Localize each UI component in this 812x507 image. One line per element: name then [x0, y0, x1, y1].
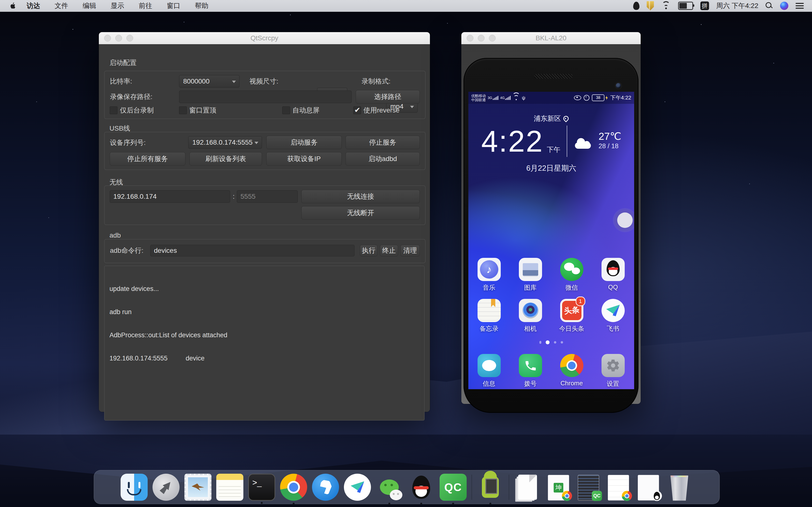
dock-qq-icon[interactable]	[408, 474, 435, 501]
log-line: 192.168.0.174:5555 device	[109, 354, 419, 362]
phone-screen[interactable]: 优酷移动 中国联通 3G 4G ψ 38 下午4:22	[468, 92, 634, 389]
dock-thunder-icon[interactable]	[312, 474, 339, 501]
usb-icon: ψ	[522, 95, 525, 101]
widget-date[interactable]: 6月22日星期六	[468, 163, 634, 173]
cloud-weather-icon	[573, 138, 592, 149]
notes-app-icon	[477, 299, 501, 322]
gallery-app-icon	[519, 258, 542, 281]
app-qq[interactable]: QQ	[592, 258, 633, 292]
dock-minimized-chrome-window-2[interactable]	[606, 474, 631, 501]
assistive-ball[interactable]	[613, 208, 634, 232]
start-service-button[interactable]: 启动服务	[266, 136, 342, 149]
dock-trash-icon[interactable]	[666, 474, 693, 501]
dock-minimized-chrome-window[interactable]: 坤	[546, 474, 571, 501]
battery-percent: 38	[592, 95, 604, 101]
app-dialer[interactable]: 拨号	[510, 354, 551, 388]
feishu-app-icon	[602, 299, 625, 322]
widget-divider	[567, 125, 567, 157]
clock-widget[interactable]: 4:22 下午 27℃ 28 / 18	[468, 121, 634, 162]
wireless-disconnect-button[interactable]: 无线断开	[301, 206, 420, 220]
app-feishu[interactable]: 飞书	[592, 299, 633, 333]
menubar-clock[interactable]: 周六 下午4:22	[716, 1, 758, 10]
qtscrcpy-titlebar[interactable]: QtScrcpy	[99, 32, 430, 44]
qq-app-icon	[602, 258, 625, 281]
dock-documents-stack[interactable]	[514, 474, 541, 501]
refresh-device-list-button[interactable]: 刷新设备列表	[190, 152, 262, 166]
toutiao-app-icon: 头条 1	[560, 299, 583, 322]
adb-terminate-button[interactable]: 终止	[380, 245, 398, 257]
dock-qtcreator-icon[interactable]: QC	[440, 474, 467, 501]
page-dot-active	[546, 340, 550, 344]
stop-all-services-button[interactable]: 停止所有服务	[110, 152, 185, 166]
checkbox-background-record[interactable]: 仅后台录制	[110, 106, 154, 115]
phone-front-camera	[616, 83, 621, 89]
dock-minimized-qq-window[interactable]	[636, 474, 661, 501]
battery-indicator: 38	[592, 95, 608, 101]
dock-chrome-icon[interactable]	[280, 474, 307, 501]
siri-icon[interactable]	[780, 0, 788, 12]
wireless-port-input[interactable]	[237, 190, 298, 203]
dock-notes-icon[interactable]	[216, 474, 243, 501]
menu-window[interactable]: 窗口	[159, 0, 188, 12]
adb-cmd-input[interactable]	[150, 245, 355, 257]
search-icon[interactable]	[766, 0, 773, 12]
phone-window-titlebar[interactable]: BKL-AL20	[461, 32, 641, 44]
start-adbd-button[interactable]: 启动adbd	[346, 152, 420, 166]
wireless-connect-button[interactable]: 无线连接	[301, 190, 420, 203]
notification-center-icon[interactable]	[796, 0, 804, 12]
app-gallery[interactable]: 图库	[510, 258, 551, 292]
dock-launchpad-icon[interactable]	[152, 474, 180, 501]
page-dot	[554, 341, 556, 344]
page-dot	[540, 341, 541, 344]
log-output[interactable]: update devices... adb run AdbProcess::ou…	[104, 266, 424, 420]
checkbox-auto-screen-off[interactable]: 自动息屏	[282, 106, 319, 115]
app-messages[interactable]: 信息	[468, 354, 510, 388]
bitrate-combo[interactable]: 8000000	[179, 75, 240, 88]
apple-menu-icon[interactable]	[9, 1, 17, 11]
wireless-ip-input[interactable]	[110, 190, 230, 203]
app-music[interactable]: ♪ 音乐	[468, 258, 510, 292]
record-format-label: 录制格式:	[361, 77, 391, 86]
dock-terminal-icon[interactable]: >_	[248, 474, 275, 501]
app-camera[interactable]: 相机	[510, 299, 551, 333]
input-method-badge[interactable]: 拼	[700, 0, 709, 12]
carrier-name-1: 优酷移动	[471, 94, 486, 98]
eye-comfort-icon	[574, 95, 581, 100]
menu-view[interactable]: 显示	[103, 0, 132, 12]
get-device-ip-button[interactable]: 获取设备IP	[266, 152, 342, 166]
adb-clear-button[interactable]: 清理	[400, 245, 420, 257]
choose-path-button[interactable]: 选择路径	[356, 90, 420, 104]
running-indicator	[388, 503, 390, 505]
dock-mail-icon[interactable]	[185, 474, 211, 501]
dock-minimized-qtcreator-window[interactable]: QC	[576, 474, 601, 501]
stop-service-button[interactable]: 停止服务	[346, 136, 420, 149]
serial-combo[interactable]: 192.168.0.174:5555	[188, 136, 262, 149]
checkbox-use-reverse[interactable]: 使用reverse	[353, 106, 400, 115]
menu-help[interactable]: 帮助	[188, 0, 215, 12]
wifi-icon	[513, 95, 519, 100]
menu-edit[interactable]: 编辑	[75, 0, 103, 12]
battery-icon[interactable]	[678, 0, 693, 12]
dock-wechat-icon[interactable]	[376, 474, 403, 501]
widget-time: 4:22	[481, 123, 543, 159]
vpn-shield-icon[interactable]	[647, 0, 654, 12]
checkbox-always-on-top[interactable]: 窗口置顶	[179, 106, 216, 115]
dock-feishu-icon[interactable]	[344, 474, 371, 501]
app-chrome[interactable]: Chrome	[551, 354, 592, 388]
qq-menubar-icon[interactable]	[633, 0, 640, 12]
dock-finder-icon[interactable]	[120, 474, 148, 501]
chrome-badge-icon	[622, 491, 632, 501]
serial-label: 设备序列号:	[110, 138, 146, 147]
app-wechat[interactable]: 微信	[551, 258, 592, 292]
menu-app-name[interactable]: 访达	[19, 0, 47, 12]
menu-go[interactable]: 前往	[132, 0, 159, 12]
dock-android-tool-icon[interactable]	[477, 474, 504, 501]
adb-execute-button[interactable]: 执行	[360, 245, 377, 257]
wifi-icon[interactable]	[661, 0, 671, 12]
app-toutiao[interactable]: 头条 1 今日头条	[551, 299, 592, 333]
signal-bars-icon	[505, 96, 511, 100]
menu-file[interactable]: 文件	[47, 0, 75, 12]
app-notes[interactable]: 备忘录	[468, 299, 510, 333]
record-path-input[interactable]	[179, 91, 352, 103]
app-settings[interactable]: 设置	[592, 354, 633, 388]
